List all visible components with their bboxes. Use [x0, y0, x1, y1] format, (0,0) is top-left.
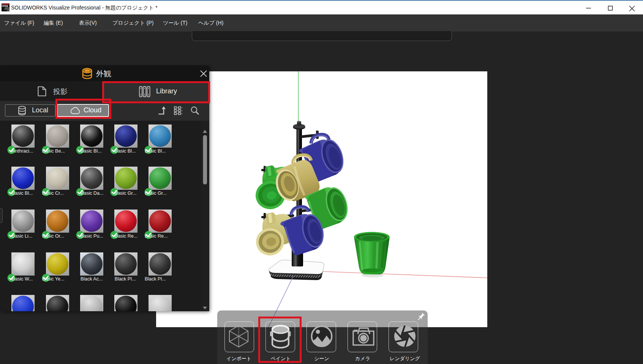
svg-text:2018: 2018 — [2, 5, 8, 7]
